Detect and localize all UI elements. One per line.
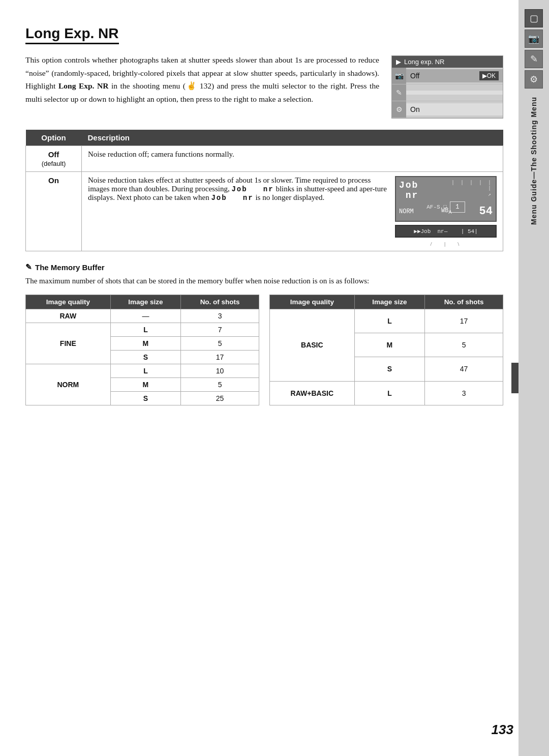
menu-ok-label: ▶OK: [479, 71, 499, 80]
on-job-nr-2: Job nr: [211, 194, 253, 202]
intro-bold: Long Exp. NR: [58, 81, 108, 90]
size-norm-l: L: [110, 364, 181, 377]
menu-off-content: Off ▶OK: [406, 69, 503, 82]
menu-off-label: Off: [410, 72, 419, 80]
shots-basic-l: 17: [425, 309, 503, 333]
gear-sidebar-icon: ⚙: [525, 70, 543, 89]
right-col-size: Image size: [354, 295, 425, 309]
left-col-size: Image size: [110, 295, 181, 309]
memory-buffer-desc: The maximum number of shots that can be …: [25, 275, 503, 287]
size-norm-s: S: [110, 391, 181, 405]
page-number: 133: [492, 722, 513, 738]
menu-header-arrow: ▶: [396, 58, 401, 66]
menu-header-title: Long exp. NR: [404, 58, 445, 66]
menu-mockup: ▶ Long exp. NR 📷 Off ▶OK ✎: [391, 55, 503, 119]
menu-body: 📷 Off ▶OK ✎ ⚙ On: [392, 68, 503, 118]
table-row-off: Off (default) Noise reduction off; camer…: [26, 146, 503, 172]
option-col-header: Option: [26, 130, 82, 146]
cam-screen-bottom: ▶▶Job nr― | 54|: [395, 225, 497, 238]
table-row: RAW+BASIC L 3: [270, 381, 503, 405]
cam-job-nr: Job nr: [399, 180, 443, 200]
menu-header: ▶ Long exp. NR: [392, 56, 503, 68]
sidebar-label: Menu Guide—The Shooting Menu: [530, 97, 538, 225]
menu-pencil-content: [406, 91, 503, 95]
quality-raw: RAW: [26, 309, 111, 323]
cam-screen-top-left: Job nr: [399, 180, 443, 200]
menu-gear-icon: ⚙: [392, 101, 406, 118]
cam-tick-marks: | | | | | |↗: [443, 180, 493, 197]
size-fine-m: M: [110, 336, 181, 350]
shots-fine-l: 7: [181, 323, 259, 336]
menu-row-on: ⚙ On: [392, 101, 503, 118]
shots-norm-l: 10: [181, 364, 259, 377]
option-table: Option Description Off (default) Noise r…: [25, 130, 503, 251]
intro-section: This option controls whether photographs…: [25, 53, 503, 119]
quality-fine: FINE: [26, 323, 111, 364]
table-row: BASIC L 17: [270, 309, 503, 333]
memory-buffer-title-text: The Memory Buffer: [35, 263, 105, 272]
quality-raw-basic: RAW+BASIC: [270, 381, 355, 405]
menu-row-pencil: ✎: [392, 84, 503, 101]
memory-pencil-icon: ✎: [25, 263, 32, 272]
on-desc-3: is no longer displayed.: [254, 193, 325, 201]
cam-screen-top-row: Job nr | | | | | |↗: [399, 180, 493, 200]
right-col-quality: Image quality: [270, 295, 355, 309]
on-text: Noise reduction takes effect at shutter …: [88, 176, 387, 247]
size-raw: —: [110, 309, 181, 323]
size-basic-l: L: [354, 309, 425, 333]
default-label: (default): [42, 160, 66, 167]
size-basic-m: M: [354, 333, 425, 357]
main-content: Long Exp. NR This option controls whethe…: [25, 25, 503, 405]
table-row: NORM L 10: [26, 364, 259, 377]
shots-norm-m: 5: [181, 377, 259, 391]
right-sidebar: ▢ 📷 ✎ ⚙ Menu Guide—The Shooting Menu: [518, 0, 549, 756]
off-description-text: Noise reduction off; camera functions no…: [88, 150, 234, 158]
size-basic-s: S: [354, 357, 425, 381]
right-col-shots: No. of shots: [425, 295, 503, 309]
shots-norm-s: 25: [181, 391, 259, 405]
sidebar-icons: ▢ 📷 ✎ ⚙: [525, 9, 543, 89]
shots-fine-s: 17: [181, 350, 259, 364]
menu-row-off: 📷 Off ▶OK: [392, 68, 503, 84]
table-row-on: On Noise reduction takes effect at shutt…: [26, 172, 503, 251]
off-option-cell: Off (default): [26, 146, 82, 172]
size-fine-s: S: [110, 350, 181, 364]
on-description-cell: Noise reduction takes effect at shutter …: [82, 172, 503, 251]
size-norm-m: M: [110, 377, 181, 391]
memory-buffer-section: ✎ The Memory Buffer The maximum number o…: [25, 263, 503, 405]
on-job-nr-1: Job nr: [231, 185, 273, 193]
shooting-menu-icon: ▢: [525, 9, 543, 27]
shot-table-right: Image quality Image size No. of shots BA…: [269, 295, 503, 405]
size-fine-l: L: [110, 323, 181, 336]
intro-text: This option controls whether photographs…: [25, 53, 379, 119]
sidebar-tab: [511, 363, 518, 393]
left-col-quality: Image quality: [26, 295, 111, 309]
sidebar-content: ▢ 📷 ✎ ⚙ Menu Guide—The Shooting Menu: [518, 5, 549, 756]
shot-table-left: Image quality Image size No. of shots RA…: [25, 295, 259, 405]
off-label: Off: [48, 150, 59, 159]
cam-screen2-content: ▶▶Job nr― | 54|: [414, 228, 477, 235]
quality-norm: NORM: [26, 364, 111, 405]
table-row: RAW — 3: [26, 309, 259, 323]
menu-on-label: On: [410, 105, 420, 113]
cam-screen-bottom-row: NORM WBA 54: [399, 205, 493, 218]
camera-icon: 📷: [525, 30, 543, 48]
menu-on-content: On: [406, 103, 503, 115]
shots-basic-s: 47: [425, 357, 503, 381]
off-description-cell: Noise reduction off; camera functions no…: [82, 146, 503, 172]
cam-bottom-ticks: / | \: [395, 241, 497, 247]
memory-buffer-title: ✎ The Memory Buffer: [25, 263, 503, 272]
shots-raw: 3: [181, 309, 259, 323]
menu-pencil-icon: ✎: [392, 84, 406, 101]
cam-screen-top: Job nr | | | | | |↗ AF-S □ 1 NORM: [395, 176, 497, 222]
camera-display: Job nr | | | | | |↗ AF-S □ 1 NORM: [395, 176, 497, 247]
left-col-shots: No. of shots: [181, 295, 259, 309]
cam-wb-label: WBA: [441, 207, 451, 215]
cam-norm-label: NORM: [399, 208, 414, 215]
shot-tables: Image quality Image size No. of shots RA…: [25, 295, 503, 405]
size-raw-basic-l: L: [354, 381, 425, 405]
on-option-cell: On: [26, 172, 82, 251]
page-title: Long Exp. NR: [25, 25, 119, 44]
pencil-sidebar-icon: ✎: [525, 50, 543, 68]
quality-basic: BASIC: [270, 309, 355, 381]
